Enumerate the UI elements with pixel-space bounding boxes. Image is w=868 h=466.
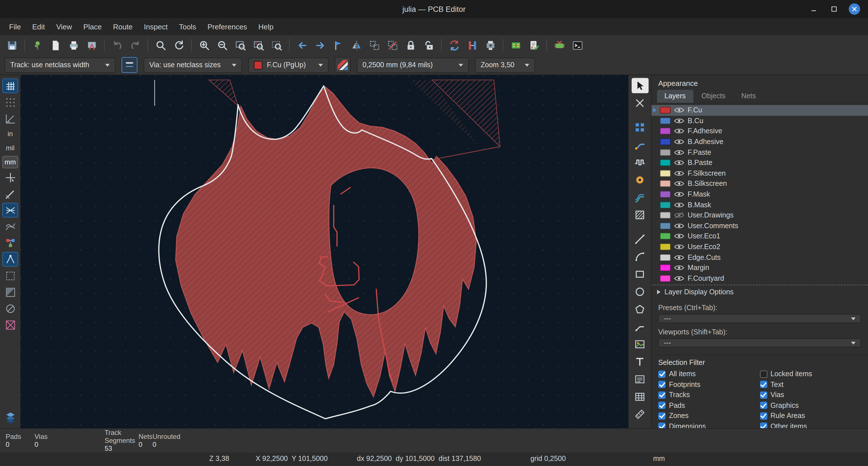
highlight-net-button[interactable] — [631, 120, 648, 135]
menu-item[interactable]: File — [3, 20, 27, 33]
checkbox[interactable] — [760, 412, 767, 420]
layer-presets-button[interactable] — [335, 57, 350, 73]
layer-color-swatch[interactable] — [660, 149, 671, 156]
lock-button[interactable] — [402, 37, 419, 54]
checkbox[interactable] — [760, 381, 767, 388]
filter-checkbox-item[interactable]: Pads — [658, 401, 760, 409]
via-tool-button[interactable] — [631, 172, 648, 188]
plot-button[interactable] — [83, 37, 100, 54]
layer-color-swatch[interactable] — [660, 118, 671, 124]
layer-visibility-eye-icon[interactable] — [674, 233, 684, 240]
menu-item[interactable]: View — [51, 20, 78, 33]
polygon-tool-button[interactable] — [631, 302, 648, 317]
find-button[interactable] — [152, 37, 169, 54]
filter-checkbox-item[interactable]: Text — [760, 380, 861, 388]
menu-item[interactable]: Preferences — [202, 20, 253, 33]
layer-row[interactable]: F.Silkscreen — [651, 168, 868, 178]
layer-color-swatch[interactable] — [660, 264, 671, 271]
drc-button[interactable] — [525, 37, 542, 54]
layer-visibility-eye-icon[interactable] — [674, 264, 684, 271]
appearance-tab[interactable]: Nets — [734, 90, 763, 103]
layer-row[interactable]: B.Cu — [651, 115, 868, 126]
menu-item[interactable]: Tools — [173, 20, 202, 33]
appearance-tab[interactable]: Layers — [657, 90, 693, 103]
layer-row[interactable]: B.Silkscreen — [651, 178, 868, 189]
layer-row[interactable]: F.Adhesive — [651, 126, 868, 136]
filter-checkbox-item[interactable]: Other items — [760, 422, 861, 428]
viewports-dropdown[interactable]: --- — [658, 338, 861, 347]
checkbox[interactable] — [658, 381, 665, 388]
filter-checkbox-item[interactable]: All items — [658, 370, 760, 378]
layer-visibility-eye-icon[interactable] — [674, 128, 684, 135]
filter-checkbox-item[interactable]: Graphics — [760, 401, 861, 409]
layer-row[interactable]: B.Paste — [651, 158, 868, 168]
layer-visibility-eye-icon[interactable] — [674, 223, 684, 229]
zoom-out-button[interactable] — [214, 37, 231, 54]
layer-row[interactable]: F.Cu — [651, 105, 868, 115]
print-button[interactable] — [65, 37, 82, 54]
layer-visibility-eye-icon[interactable] — [674, 201, 684, 208]
zoom-objects-button[interactable] — [250, 37, 267, 54]
layer-visibility-eye-icon[interactable] — [674, 180, 684, 187]
checkbox[interactable] — [658, 370, 665, 377]
menu-item[interactable]: Help — [253, 20, 279, 33]
layer-visibility-eye-icon[interactable] — [674, 243, 684, 250]
layer-row[interactable]: B.Adhesive — [651, 137, 868, 147]
angle-45-button[interactable] — [2, 187, 18, 201]
layer-color-swatch[interactable] — [660, 275, 671, 282]
dimension-tool-button[interactable] — [631, 407, 648, 422]
select-tool-button[interactable] — [631, 78, 648, 93]
unit-mil-button[interactable]: mil — [2, 142, 18, 154]
layer-color-swatch[interactable] — [660, 233, 671, 240]
redo-button[interactable] — [127, 37, 144, 54]
appearance-tab[interactable]: Objects — [694, 90, 733, 103]
sketch-zones-button[interactable] — [2, 285, 18, 299]
layer-row[interactable]: F.Paste — [651, 147, 868, 158]
layer-color-swatch[interactable] — [660, 180, 671, 187]
show-grid-button[interactable] — [2, 78, 18, 93]
no-fill-zones-button[interactable] — [2, 301, 18, 316]
layer-visibility-eye-icon[interactable] — [674, 149, 684, 156]
layer-row[interactable]: Edge.Cuts — [651, 252, 868, 263]
menu-item[interactable]: Inspect — [138, 20, 173, 33]
filter-checkbox-item[interactable]: Dimensions — [658, 422, 760, 428]
diff-pair-button[interactable] — [631, 190, 648, 205]
filter-checkbox-item[interactable]: Locked items — [760, 370, 861, 378]
via-size-dropdown[interactable]: Via: use netclass sizes — [144, 57, 242, 73]
route-track-button[interactable] — [631, 137, 648, 153]
layer-row[interactable]: B.Mask — [651, 200, 868, 210]
zoom-in-button[interactable] — [196, 37, 213, 54]
checkbox[interactable] — [760, 391, 767, 399]
layer-row[interactable]: F.Courtyard — [651, 273, 868, 284]
auto-track-width-toggle[interactable] — [122, 57, 137, 73]
checkbox[interactable] — [760, 370, 767, 377]
calipers-button[interactable] — [464, 37, 480, 54]
checkbox[interactable] — [760, 402, 767, 409]
layer-visibility-eye-icon[interactable] — [674, 138, 684, 145]
polar-coords-button[interactable] — [2, 111, 18, 126]
filter-checkbox-item[interactable]: Rule Areas — [760, 412, 861, 420]
checkbox[interactable] — [658, 391, 665, 399]
ungroup-button[interactable] — [384, 37, 401, 54]
layer-visibility-eye-icon[interactable] — [674, 275, 684, 282]
rect-tool-button[interactable] — [631, 267, 648, 282]
layer-visibility-eye-icon[interactable] — [674, 107, 684, 114]
layer-visibility-eye-icon[interactable] — [674, 212, 684, 219]
layer-color-swatch[interactable] — [660, 201, 671, 208]
undo-button[interactable] — [108, 37, 126, 54]
line-tool-button[interactable] — [631, 232, 648, 247]
layer-color-swatch[interactable] — [660, 138, 671, 145]
checkbox[interactable] — [658, 402, 665, 409]
layer-visibility-eye-icon[interactable] — [674, 118, 684, 124]
curved-ratsnest-button[interactable] — [2, 219, 18, 234]
unit-in-button[interactable]: in — [2, 128, 18, 140]
text-tool-button[interactable] — [631, 354, 648, 369]
board-setup-button[interactable] — [29, 37, 46, 54]
layer-color-swatch[interactable] — [660, 243, 671, 250]
layer-color-swatch[interactable] — [660, 223, 671, 229]
layer-visibility-eye-icon[interactable] — [674, 170, 684, 177]
layer-color-swatch[interactable] — [660, 212, 671, 219]
layer-color-swatch[interactable] — [660, 107, 671, 114]
track-width-dropdown[interactable]: Track: use netclass width — [4, 57, 115, 73]
close-button[interactable] — [849, 3, 860, 15]
